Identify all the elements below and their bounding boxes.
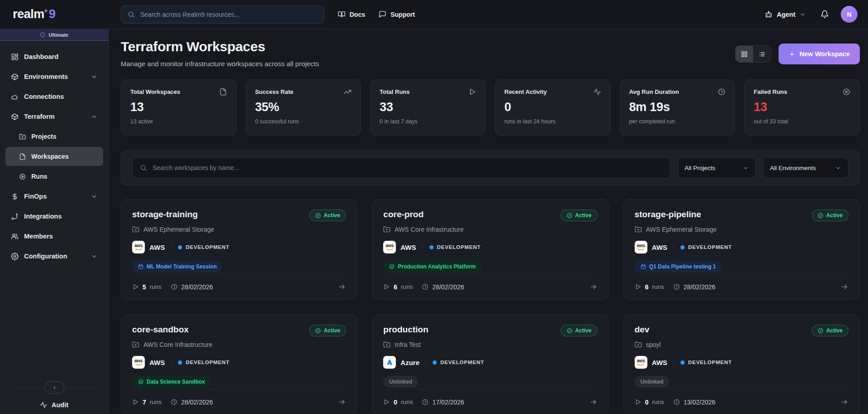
open-workspace-arrow[interactable]	[841, 283, 848, 291]
users-icon	[11, 233, 19, 240]
run-count: 0	[394, 399, 397, 406]
provider-name: AWS	[149, 359, 165, 366]
sidebar-item-audit[interactable]: Audit	[0, 401, 108, 409]
arrow-right-icon	[841, 283, 848, 291]
notifications-button[interactable]	[820, 10, 829, 19]
environment-label: DEVELOPMENT	[440, 360, 484, 365]
stat-sub: runs in last 24 hours	[504, 118, 601, 125]
stat-label: Failed Runs	[754, 88, 787, 95]
app-logo[interactable]: realm9	[0, 7, 109, 21]
clock-icon	[171, 399, 178, 405]
stat-value: 13	[754, 100, 850, 114]
stat-value: 0	[504, 100, 601, 114]
calendar-icon	[138, 264, 143, 269]
workspace-search-input[interactable]	[152, 164, 663, 172]
sidebar-item-projects[interactable]: Projects	[5, 127, 103, 146]
sidebar-item-dashboard[interactable]: Dashboard	[5, 47, 103, 66]
check-circle-icon	[567, 328, 572, 334]
workspace-card[interactable]: core-sandbox Active AWS Core Infrastruct…	[121, 314, 357, 414]
chevron-down-icon	[799, 11, 806, 18]
workspace-card[interactable]: core-prod Active AWS Core Infrastructure…	[372, 199, 608, 300]
workspace-card[interactable]: production Active Infra Test Azure DEVEL…	[372, 314, 608, 414]
workspace-name: storage-training	[132, 209, 198, 219]
open-workspace-arrow[interactable]	[590, 283, 597, 291]
workspace-tag: Unlinked	[383, 376, 418, 388]
grid-view-button[interactable]	[735, 46, 753, 62]
provider-name: AWS	[400, 244, 416, 251]
project-name: AWS Core Infrastructure	[395, 226, 464, 233]
stat-label: Total Workspaces	[130, 88, 180, 95]
sidebar-item-runs[interactable]: Runs	[5, 167, 103, 186]
workspace-card[interactable]: storage-pipeline Active AWS Ephemeral St…	[623, 199, 860, 300]
arrow-right-icon	[841, 398, 848, 406]
stat-value: 8m 19s	[629, 100, 726, 114]
aws-smile-icon	[386, 248, 393, 251]
sidebar-item-integrations[interactable]: Integrations	[5, 207, 103, 226]
global-search-input[interactable]	[139, 10, 317, 19]
sidebar: Ultimate Dashboard Environments Connecti…	[0, 29, 109, 414]
workspace-tag: Production Analytics Platform	[383, 261, 482, 273]
sidebar-footer: Audit	[0, 381, 108, 409]
list-view-button[interactable]	[753, 46, 771, 62]
project-name: Infra Test	[395, 341, 420, 348]
status-badge: Active	[309, 209, 346, 221]
environments-filter-dropdown[interactable]: All Environments	[763, 157, 848, 178]
azure-icon	[386, 359, 394, 366]
environment-label: DEVELOPMENT	[186, 360, 229, 365]
support-label: Support	[390, 11, 415, 18]
new-workspace-button[interactable]: New Workspace	[779, 44, 860, 64]
open-workspace-arrow[interactable]	[841, 398, 848, 406]
sidebar-item-connections[interactable]: Connections	[5, 87, 103, 106]
sidebar-item-workspaces[interactable]: Workspaces	[5, 147, 103, 166]
last-run-date: 28/02/2026	[432, 283, 464, 291]
support-button[interactable]: Support	[379, 10, 415, 18]
workspace-search[interactable]	[132, 157, 671, 178]
search-icon	[140, 164, 147, 171]
topbar-right: Agent N	[764, 6, 868, 23]
workspace-name: core-prod	[383, 209, 424, 219]
sidebar-item-environments[interactable]: Environments	[5, 67, 103, 86]
stat-sub: out of 33 total	[754, 118, 850, 125]
workspace-card[interactable]: dev Active spoyl aws AWS DEVELOPMENT Unl…	[623, 314, 860, 414]
page-subtitle: Manage and monitor infrastructure worksp…	[121, 60, 319, 68]
chevron-down-icon	[91, 73, 98, 80]
workspace-card[interactable]: storage-training Active AWS Ephemeral St…	[121, 199, 357, 300]
agent-menu[interactable]: Agent	[764, 10, 806, 19]
divider	[674, 359, 674, 366]
docs-button[interactable]: Docs	[338, 10, 365, 18]
open-workspace-arrow[interactable]	[590, 398, 597, 406]
sidebar-item-finops[interactable]: FinOps	[5, 187, 103, 206]
file-icon	[19, 153, 26, 160]
stat-sub: per completed run	[629, 118, 726, 125]
projects-filter-dropdown[interactable]: All Projects	[678, 157, 756, 178]
sidebar-item-terraform[interactable]: Terraform	[5, 107, 103, 126]
agent-label: Agent	[777, 11, 795, 18]
stat-failed-runs: Failed Runs 13 out of 33 total	[744, 79, 860, 136]
aws-logo: aws	[635, 241, 647, 253]
sidebar-item-configuration[interactable]: Configuration	[5, 247, 103, 266]
open-workspace-arrow[interactable]	[338, 398, 346, 406]
global-search[interactable]	[121, 5, 324, 24]
sidebar-item-members[interactable]: Members	[5, 227, 103, 246]
layers-icon	[389, 264, 395, 269]
environment-label: DEVELOPMENT	[688, 244, 732, 250]
user-avatar[interactable]: N	[841, 6, 858, 23]
aws-logo: aws	[132, 241, 145, 253]
page-header: Terraform Workspaces Manage and monitor …	[121, 39, 860, 68]
status-label: Active	[826, 212, 843, 219]
logo-number: 9	[49, 7, 56, 21]
stat-avg-run-duration: Avg Run Duration 8m 19s per completed ru…	[620, 79, 735, 136]
sidebar-item-label: Members	[24, 233, 53, 240]
plan-badge-label: Ultimate	[49, 32, 68, 38]
play-icon	[383, 283, 390, 290]
sidebar-item-label: Workspaces	[31, 153, 69, 160]
last-run-date: 28/02/2026	[181, 283, 213, 291]
route-icon	[11, 213, 19, 220]
sidebar-item-label: Dashboard	[24, 53, 59, 60]
collapse-sidebar-button[interactable]	[44, 381, 64, 394]
open-workspace-arrow[interactable]	[338, 283, 346, 291]
calendar-icon	[641, 264, 646, 269]
environment-dot	[681, 360, 685, 365]
stat-total-workspaces: Total Workspaces 13 13 active	[121, 79, 237, 136]
stats-row: Total Workspaces 13 13 active Success Ra…	[121, 79, 860, 136]
